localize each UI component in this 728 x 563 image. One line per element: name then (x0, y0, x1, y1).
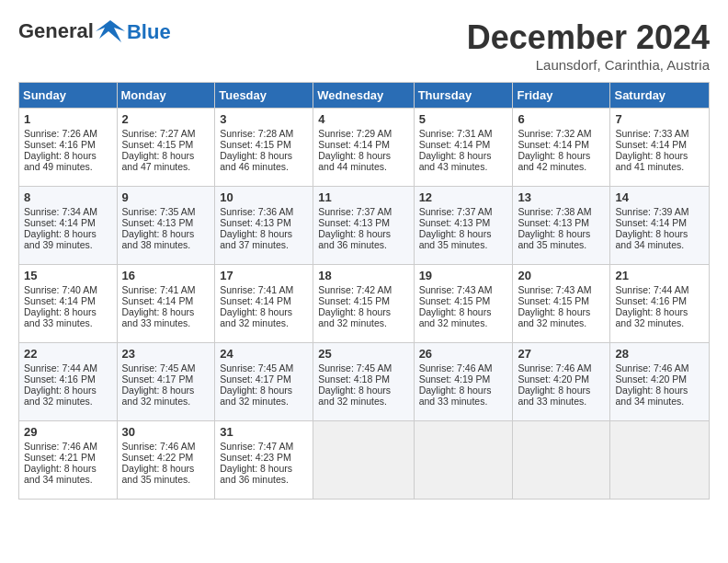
location: Launsdorf, Carinthia, Austria (467, 57, 710, 73)
day-number: 11 (318, 190, 408, 204)
day-info: Sunrise: 7:45 AM (122, 362, 210, 373)
day-info: and 39 minutes. (24, 239, 112, 250)
day-info: Sunrise: 7:31 AM (419, 128, 508, 139)
day-info: Sunrise: 7:45 AM (318, 362, 408, 373)
day-info: Sunrise: 7:29 AM (318, 128, 408, 139)
day-info: and 34 minutes. (615, 239, 704, 250)
day-info: Daylight: 8 hours (24, 150, 112, 161)
calendar-cell: 20Sunrise: 7:43 AMSunset: 4:15 PMDayligh… (513, 265, 610, 343)
calendar-cell: 31Sunrise: 7:47 AMSunset: 4:23 PMDayligh… (215, 421, 313, 500)
day-info: Sunset: 4:16 PM (24, 139, 112, 150)
day-info: Sunrise: 7:41 AM (122, 284, 210, 295)
day-number: 7 (615, 112, 704, 126)
day-info: Sunrise: 7:37 AM (419, 206, 508, 217)
day-info: Sunset: 4:14 PM (24, 295, 112, 306)
calendar-cell: 28Sunrise: 7:46 AMSunset: 4:20 PMDayligh… (610, 343, 710, 421)
calendar-cell: 18Sunrise: 7:42 AMSunset: 4:15 PMDayligh… (313, 265, 414, 343)
day-info: Sunset: 4:16 PM (24, 373, 112, 385)
calendar-cell (414, 421, 513, 500)
day-info: Sunrise: 7:46 AM (419, 362, 508, 373)
day-info: and 34 minutes. (615, 396, 704, 407)
day-info: Sunset: 4:13 PM (318, 217, 408, 228)
day-info: Sunset: 4:14 PM (615, 217, 704, 228)
week-row-5: 29Sunrise: 7:46 AMSunset: 4:21 PMDayligh… (19, 421, 710, 500)
day-info: and 42 minutes. (518, 161, 605, 172)
day-info: Daylight: 8 hours (122, 385, 210, 396)
calendar-cell: 7Sunrise: 7:33 AMSunset: 4:14 PMDaylight… (610, 109, 710, 187)
day-number: 1 (24, 112, 112, 126)
calendar-cell: 13Sunrise: 7:38 AMSunset: 4:13 PMDayligh… (513, 187, 610, 265)
day-info: Daylight: 8 hours (220, 228, 308, 239)
day-info: and 33 minutes. (24, 317, 112, 328)
day-info: Sunset: 4:14 PM (318, 139, 408, 150)
day-info: Daylight: 8 hours (220, 385, 308, 396)
calendar-cell: 23Sunrise: 7:45 AMSunset: 4:17 PMDayligh… (117, 343, 215, 421)
day-info: Daylight: 8 hours (318, 150, 408, 161)
calendar-cell: 14Sunrise: 7:39 AMSunset: 4:14 PMDayligh… (610, 187, 710, 265)
day-info: Sunrise: 7:43 AM (518, 284, 605, 295)
calendar-cell: 16Sunrise: 7:41 AMSunset: 4:14 PMDayligh… (117, 265, 215, 343)
day-info: Sunset: 4:13 PM (419, 217, 508, 228)
day-info: Daylight: 8 hours (615, 306, 704, 317)
day-number: 10 (220, 190, 308, 204)
day-info: Sunset: 4:23 PM (220, 452, 308, 463)
day-number: 8 (24, 190, 112, 204)
weekday-header-sunday: Sunday (19, 83, 118, 109)
calendar-cell: 26Sunrise: 7:46 AMSunset: 4:19 PMDayligh… (414, 343, 513, 421)
day-info: Daylight: 8 hours (318, 228, 408, 239)
day-info: Sunset: 4:13 PM (220, 217, 308, 228)
day-info: Sunrise: 7:35 AM (122, 206, 210, 217)
day-info: and 33 minutes. (122, 317, 210, 328)
day-info: Daylight: 8 hours (518, 228, 605, 239)
day-info: Sunset: 4:21 PM (24, 452, 112, 463)
logo-blue: Blue (127, 20, 171, 44)
day-number: 28 (615, 347, 704, 361)
calendar-cell: 2Sunrise: 7:27 AMSunset: 4:15 PMDaylight… (117, 109, 215, 187)
day-info: Sunrise: 7:26 AM (24, 128, 112, 139)
day-info: Sunrise: 7:39 AM (615, 206, 704, 217)
svg-marker-0 (96, 20, 125, 42)
day-info: Sunset: 4:20 PM (615, 373, 704, 385)
day-info: and 46 minutes. (220, 161, 308, 172)
calendar-cell: 9Sunrise: 7:35 AMSunset: 4:13 PMDaylight… (117, 187, 215, 265)
day-info: and 32 minutes. (220, 396, 308, 407)
weekday-header-tuesday: Tuesday (215, 83, 313, 109)
logo-bird-icon (96, 18, 125, 44)
calendar-cell: 6Sunrise: 7:32 AMSunset: 4:14 PMDaylight… (513, 109, 610, 187)
day-info: Sunset: 4:14 PM (122, 295, 210, 306)
day-number: 30 (122, 425, 210, 439)
day-info: Sunset: 4:17 PM (220, 373, 308, 385)
day-number: 6 (518, 112, 605, 126)
day-info: Sunrise: 7:32 AM (518, 128, 605, 139)
day-info: Daylight: 8 hours (122, 150, 210, 161)
day-number: 5 (419, 112, 508, 126)
calendar-cell: 1Sunrise: 7:26 AMSunset: 4:16 PMDaylight… (19, 109, 118, 187)
day-info: Sunrise: 7:42 AM (318, 284, 408, 295)
calendar-cell: 24Sunrise: 7:45 AMSunset: 4:17 PMDayligh… (215, 343, 313, 421)
day-info: Daylight: 8 hours (518, 150, 605, 161)
day-info: Daylight: 8 hours (615, 150, 704, 161)
day-info: and 35 minutes. (122, 474, 210, 485)
day-info: Sunset: 4:15 PM (122, 139, 210, 150)
day-info: Sunset: 4:14 PM (220, 295, 308, 306)
weekday-header-saturday: Saturday (610, 83, 710, 109)
day-info: and 36 minutes. (318, 239, 408, 250)
logo: General Blue (18, 18, 171, 46)
day-info: Sunrise: 7:40 AM (24, 284, 112, 295)
day-info: Sunrise: 7:43 AM (419, 284, 508, 295)
day-info: Daylight: 8 hours (419, 150, 508, 161)
day-number: 26 (419, 347, 508, 361)
week-row-4: 22Sunrise: 7:44 AMSunset: 4:16 PMDayligh… (19, 343, 710, 421)
day-info: Sunrise: 7:47 AM (220, 441, 308, 452)
day-info: Daylight: 8 hours (419, 385, 508, 396)
day-info: Daylight: 8 hours (24, 228, 112, 239)
day-number: 14 (615, 190, 704, 204)
day-info: and 32 minutes. (615, 317, 704, 328)
calendar-cell: 21Sunrise: 7:44 AMSunset: 4:16 PMDayligh… (610, 265, 710, 343)
day-info: Sunrise: 7:27 AM (122, 128, 210, 139)
calendar-cell: 5Sunrise: 7:31 AMSunset: 4:14 PMDaylight… (414, 109, 513, 187)
day-info: Sunrise: 7:46 AM (122, 441, 210, 452)
day-number: 17 (220, 269, 308, 282)
day-info: Sunrise: 7:46 AM (518, 362, 605, 373)
day-info: Sunrise: 7:45 AM (220, 362, 308, 373)
